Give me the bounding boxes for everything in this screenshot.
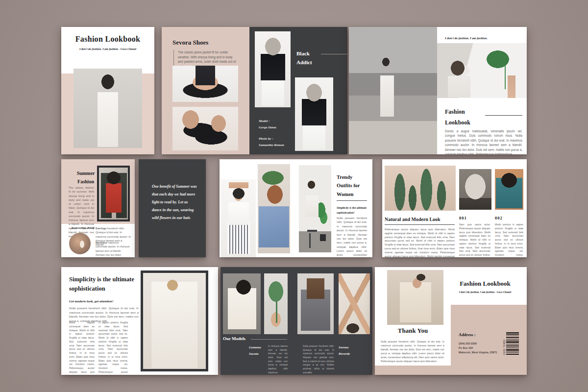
cactus-photo [385, 166, 456, 211]
model1-name: Gemona Sacata [249, 344, 266, 357]
page-2-sevora-shoes: Sevora Shoes The classic jeans jacket fi… [162, 27, 347, 154]
col-001-title: 001 [459, 216, 467, 220]
barcode-number: 0181 70982 [503, 332, 506, 355]
spread-body: Donec a augue malesuada, venenatis ipsum… [445, 129, 522, 154]
model-name: Gerge Danu [259, 124, 276, 131]
address-box: Po Box 422 [459, 346, 497, 350]
address-lines: (304) 252-3329 Po Box 422 Mabscott, West… [459, 342, 497, 355]
page-8-simplicity-article: Simplicity is the ultimate sophisticatio… [61, 267, 218, 375]
shoe-tying-photo [172, 66, 238, 102]
black-addict-title: Black Addict [296, 49, 326, 67]
col-001-body: Nam quis varius tortor. Pellentesque auc… [459, 223, 490, 257]
stool-plant-photo [299, 165, 331, 252]
hooded-model-photo [459, 169, 491, 210]
page-10-thank-you: Fashion Lookbook I don't do fashion. I a… [375, 267, 527, 375]
lookbook-template-board: Fashion Lookbook I don't do fashion. I a… [0, 0, 588, 392]
model-credit: Model : Gerge Danu [259, 118, 276, 131]
eucalyptus-photo [264, 273, 288, 334]
page-3-beach-spread: I don't do fashion. I am fashion. Fashio… [349, 27, 527, 154]
model-photo-1 [223, 273, 261, 334]
leaf-and-model-photo [437, 43, 527, 98]
spread-tagline: I don't do fashion. I am fashion. [445, 36, 488, 40]
article-col2: In sapien pretium fringilla ut vitae lac… [98, 321, 128, 375]
spread-title-rule [485, 115, 522, 116]
article-col1: Morbi sagittis consequat diam eu tristiq… [69, 321, 95, 375]
beach-model-photo [349, 27, 437, 154]
spread-title: Fashion Lookbook [445, 107, 479, 128]
looking-up-photo [387, 270, 443, 325]
photographer-label: Photo by : [259, 136, 284, 142]
accessories-title: Accessories detail [71, 226, 94, 229]
page-1-cover: Fashion Lookbook I don't do fashion. I a… [61, 27, 154, 154]
summer-quote: One benefit of Summer was that each day … [152, 183, 198, 222]
backcover-title: Fashion Lookbook [446, 280, 524, 288]
model2-body: Nulla posuere hendrerit nibh. Quisque id… [303, 344, 334, 374]
sevora-title: Sevora Shoes [172, 39, 208, 47]
model2-name: Serena Beverdy [339, 344, 356, 357]
white-robe-photo [141, 270, 208, 371]
photographer-name: Samantha Remon [259, 142, 284, 148]
cover-title: Fashion Lookbook [61, 35, 154, 44]
natural-title-rule [385, 224, 455, 225]
trendy-title: Trendy Outfits for Women [337, 173, 368, 198]
black-addict-photo-1 [255, 31, 291, 107]
page-7-natural-modern: Natural and Modern Look Pellentesque auc… [382, 159, 527, 257]
our-models-rule [251, 339, 287, 340]
black-addict-panel: Black Addict Model : Gerge Danu Photo by… [249, 27, 347, 154]
trendy-body: Nulla posuere hendrerit nibh. Quisque id… [337, 216, 367, 257]
black-addict-rule [321, 54, 347, 54]
shoe-pair-photo [172, 107, 238, 150]
page-4-summer-fashion: Summer Fashion The classic fashion fit f… [61, 159, 135, 257]
model-label: Model : [259, 118, 276, 124]
earrings-lead: Earrings [96, 227, 106, 230]
crossed-hands-photo [339, 273, 370, 334]
our-models-title: Our Models [223, 336, 245, 341]
natural-body: Pellentesque auctor aliquam lacus quis b… [385, 228, 455, 257]
col-002-title: 002 [495, 216, 503, 220]
article-title: Simplicity is the ultimate sophisticatio… [69, 275, 143, 294]
page-6-trendy-outfits: Trendy Outfits for Women Simplicity is t… [220, 159, 372, 257]
trendy-subtitle: Simplicity is the ultimate sophisticatio… [337, 205, 367, 215]
necklace-lead: Necklace [96, 241, 107, 244]
cover-subtitle: I don't do fashion. I am fashion - Coco … [61, 48, 154, 50]
summer-model-photo [97, 166, 130, 221]
cover-model-photo [74, 69, 142, 148]
page-9-our-models: Our Models Gemona Sacata In rhoncus laor… [220, 267, 372, 375]
summer-body: The classic fashion fit for summer. With… [69, 186, 94, 238]
earring-detail-photo [69, 233, 91, 254]
model-photo-2 [297, 273, 334, 334]
article-subtitle: Get modern look, get attention! [69, 299, 113, 303]
col-002-body: Morbi pretium in sapien pretium fringill… [495, 223, 523, 257]
black-addict-photo-2 [295, 77, 333, 151]
model1-body: In rhoncus laoreet sem a blandit. Aenean… [268, 344, 288, 374]
necklace-note: Necklace maximus commodo auctor. In rhon… [96, 241, 131, 257]
bottom-beige-strip [375, 366, 451, 375]
natural-title: Natural and Modern Look [385, 217, 441, 222]
backcover-subtitle: I don't do fashion. I am fashion - Coco … [446, 291, 524, 294]
floral-top-model-photo [495, 169, 523, 210]
thankyou-body: Nulla posuere hendrerit nibh. Quisque id… [381, 340, 444, 363]
page-5-quote: One benefit of Summer was that each day … [139, 159, 206, 257]
address-phone: (304) 252-3329 [459, 342, 497, 346]
trendy-title-rule [337, 200, 367, 201]
address-city: Mabscott, West Virginia, 25871 [459, 350, 497, 355]
barcode-icon [506, 332, 519, 355]
photographer-credit: Photo by : Samantha Remon [259, 136, 284, 149]
address-title: Address : [459, 332, 476, 337]
thankyou-title: Thank You [380, 327, 446, 335]
blue-sweater-photo [258, 164, 290, 253]
striped-pants-photo [221, 179, 256, 257]
